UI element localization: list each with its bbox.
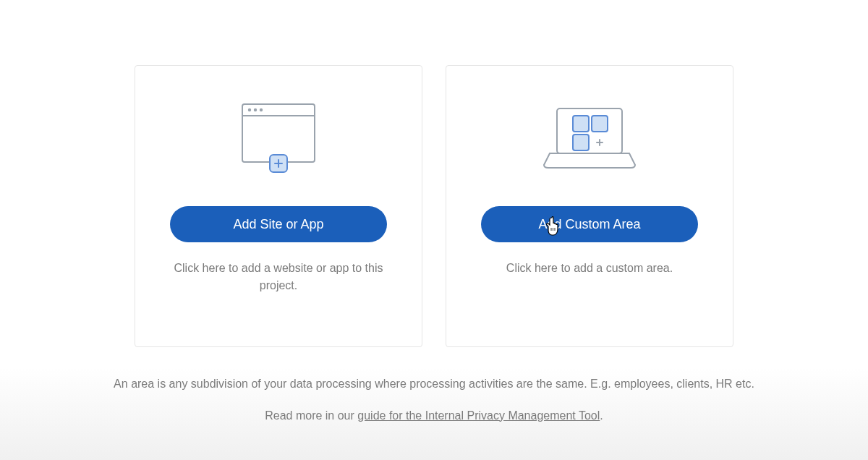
cursor-pointer-icon bbox=[546, 216, 565, 242]
add-site-or-app-card: Add Site or App Click here to add a webs… bbox=[135, 65, 422, 347]
svg-point-3 bbox=[254, 108, 257, 111]
svg-rect-10 bbox=[592, 116, 608, 132]
read-more-line: Read more in our guide for the Internal … bbox=[114, 406, 754, 425]
svg-rect-11 bbox=[573, 135, 589, 150]
guide-link[interactable]: guide for the Internal Privacy Managemen… bbox=[357, 409, 600, 422]
svg-point-2 bbox=[248, 108, 251, 111]
add-custom-area-button[interactable]: Add Custom Area bbox=[481, 206, 698, 242]
area-explanation-text: An area is any subdivision of your data … bbox=[114, 375, 754, 393]
svg-rect-9 bbox=[573, 116, 589, 132]
add-site-or-app-button[interactable]: Add Site or App bbox=[170, 206, 387, 242]
card-row: Add Site or App Click here to add a webs… bbox=[135, 65, 733, 347]
add-site-or-app-description: Click here to add a website or app to th… bbox=[170, 260, 387, 294]
laptop-tiles-icon bbox=[535, 95, 644, 182]
browser-window-icon bbox=[224, 95, 333, 182]
read-more-suffix: . bbox=[600, 409, 603, 422]
add-custom-area-description: Click here to add a custom area. bbox=[506, 260, 673, 277]
svg-point-4 bbox=[260, 108, 263, 111]
add-custom-area-card: Add Custom Area Click here to add a cust… bbox=[446, 65, 733, 347]
read-more-prefix: Read more in our bbox=[265, 409, 357, 422]
svg-rect-0 bbox=[242, 104, 315, 162]
footer-info: An area is any subdivision of your data … bbox=[114, 375, 754, 425]
